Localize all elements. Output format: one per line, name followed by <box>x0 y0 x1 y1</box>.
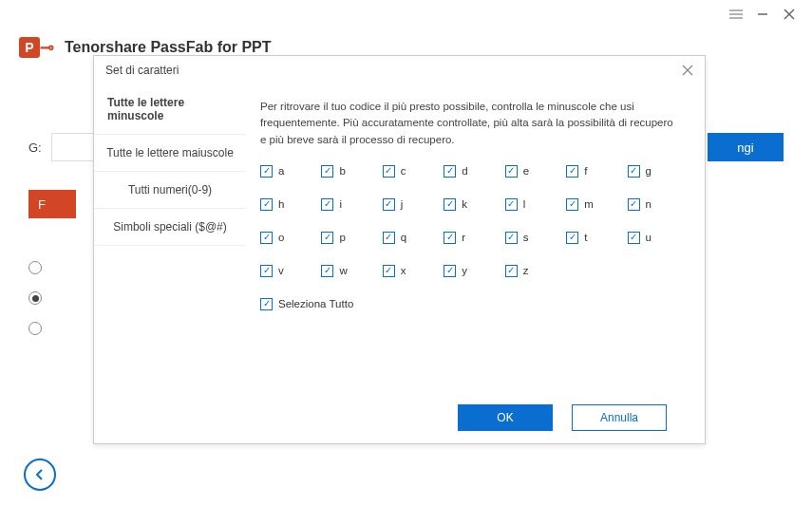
logo-p-icon: P <box>19 37 40 58</box>
char-label: a <box>278 165 284 177</box>
character-grid: abcdefghijklmnopqrstuvwxyz <box>260 165 681 277</box>
sidebar-item-symbols[interactable]: Simboli speciali ($@#) <box>94 209 246 246</box>
dialog-header: Set di caratteri <box>94 56 705 84</box>
char-cell-o[interactable]: o <box>260 232 313 244</box>
char-label: r <box>462 232 465 243</box>
ok-button[interactable]: OK <box>458 404 553 431</box>
char-cell-i[interactable]: i <box>321 198 374 211</box>
char-checkbox[interactable] <box>444 232 456 244</box>
char-cell-a[interactable]: a <box>260 165 313 178</box>
select-all-checkbox[interactable] <box>260 298 273 310</box>
sidebar-item-lowercase[interactable]: Tutte le lettere minuscole <box>94 84 246 135</box>
char-checkbox[interactable] <box>321 265 333 277</box>
char-cell-n[interactable]: n <box>628 198 681 211</box>
char-cell-j[interactable]: j <box>383 198 436 211</box>
select-all-row[interactable]: Seleziona Tutto <box>260 298 681 310</box>
dialog-footer: OK Annulla <box>94 391 705 443</box>
char-cell-f[interactable]: f <box>566 165 619 178</box>
radio-icon <box>28 291 42 305</box>
char-checkbox[interactable] <box>383 165 395 178</box>
logo-key-icon: ⊸ <box>40 37 54 58</box>
dialog-close-button[interactable] <box>682 63 693 79</box>
char-checkbox[interactable] <box>566 165 578 178</box>
char-cell-t[interactable]: t <box>566 232 619 244</box>
char-cell-x[interactable]: x <box>383 265 436 277</box>
char-label: c <box>401 165 406 177</box>
char-checkbox[interactable] <box>383 198 395 211</box>
char-checkbox[interactable] <box>628 198 640 211</box>
char-label: l <box>523 198 526 210</box>
char-cell-u[interactable]: u <box>628 232 681 244</box>
char-label: x <box>401 265 406 276</box>
bg-label: G: <box>28 140 42 155</box>
bg-button[interactable]: ngi <box>708 133 784 161</box>
char-cell-q[interactable]: q <box>383 232 436 244</box>
char-checkbox[interactable] <box>444 265 456 277</box>
minimize-button[interactable] <box>749 1 776 28</box>
char-cell-e[interactable]: e <box>505 165 558 178</box>
char-cell-k[interactable]: k <box>444 198 497 211</box>
char-checkbox[interactable] <box>505 232 518 244</box>
char-label: d <box>462 165 467 177</box>
back-button[interactable] <box>24 458 56 491</box>
char-checkbox[interactable] <box>260 265 273 277</box>
dialog-main: Per ritrovare il tuo codice il più prest… <box>246 84 705 391</box>
char-label: k <box>462 198 467 210</box>
instruction-text: Per ritrovare il tuo codice il più prest… <box>260 99 681 148</box>
sidebar-item-numbers[interactable]: Tutti numeri(0-9) <box>94 172 246 209</box>
char-label: i <box>339 198 342 210</box>
char-cell-y[interactable]: y <box>444 265 497 277</box>
char-cell-p[interactable]: p <box>321 232 374 244</box>
char-checkbox[interactable] <box>566 198 578 211</box>
char-cell-b[interactable]: b <box>321 165 374 178</box>
char-checkbox[interactable] <box>628 232 640 244</box>
app-title: Tenorshare PassFab for PPT <box>65 39 272 56</box>
char-checkbox[interactable] <box>321 165 333 178</box>
select-all-label: Seleziona Tutto <box>278 298 353 309</box>
char-label: f <box>584 165 587 177</box>
window-menu-button[interactable] <box>723 1 749 28</box>
char-label: y <box>462 265 467 276</box>
char-cell-h[interactable]: h <box>260 198 313 211</box>
char-cell-l[interactable]: l <box>505 198 558 211</box>
char-cell-g[interactable]: g <box>628 165 681 178</box>
close-window-button[interactable] <box>776 1 803 28</box>
char-cell-w[interactable]: w <box>321 265 374 277</box>
char-label: t <box>584 232 587 243</box>
char-checkbox[interactable] <box>566 232 578 244</box>
char-cell-c[interactable]: c <box>383 165 436 178</box>
char-checkbox[interactable] <box>628 165 640 178</box>
char-cell-s[interactable]: s <box>505 232 558 244</box>
char-checkbox[interactable] <box>260 232 273 244</box>
cancel-button[interactable]: Annulla <box>572 404 667 431</box>
char-label: g <box>646 165 651 177</box>
char-cell-v[interactable]: v <box>260 265 313 277</box>
char-label: p <box>339 232 345 243</box>
char-cell-m[interactable]: m <box>566 198 619 211</box>
char-checkbox[interactable] <box>260 198 273 211</box>
char-cell-r[interactable]: r <box>444 232 497 244</box>
char-cell-d[interactable]: d <box>444 165 497 178</box>
char-checkbox[interactable] <box>505 165 518 178</box>
char-checkbox[interactable] <box>383 232 395 244</box>
char-cell-z[interactable]: z <box>505 265 558 277</box>
char-label: h <box>278 198 284 210</box>
char-checkbox[interactable] <box>260 165 273 178</box>
radio-icon <box>28 261 42 274</box>
dialog-sidebar: Tutte le lettere minuscole Tutte le lett… <box>94 84 246 391</box>
char-label: o <box>278 232 284 243</box>
char-label: e <box>523 165 529 177</box>
app-logo: P ⊸ <box>19 33 57 62</box>
char-label: u <box>646 232 651 243</box>
sidebar-item-uppercase[interactable]: Tutte le lettere maiuscole <box>94 135 246 172</box>
char-checkbox[interactable] <box>505 265 518 277</box>
char-label: n <box>646 198 651 210</box>
char-checkbox[interactable] <box>321 232 333 244</box>
char-checkbox[interactable] <box>444 165 456 178</box>
character-set-dialog: Set di caratteri Tutte le lettere minusc… <box>93 55 706 444</box>
char-checkbox[interactable] <box>321 198 333 211</box>
dialog-title: Set di caratteri <box>105 64 179 77</box>
char-checkbox[interactable] <box>505 198 518 211</box>
char-checkbox[interactable] <box>444 198 456 211</box>
char-checkbox[interactable] <box>383 265 395 277</box>
